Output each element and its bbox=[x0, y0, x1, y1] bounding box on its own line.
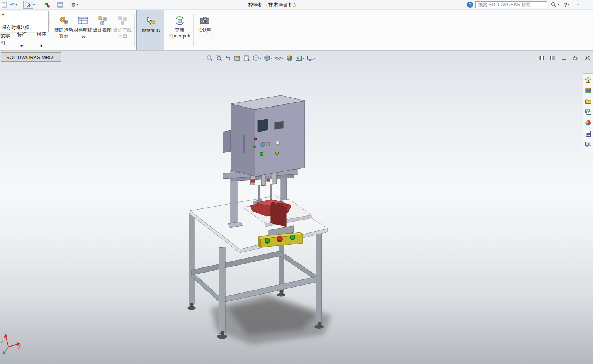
options-gear-icon: ⚙ bbox=[70, 2, 77, 8]
pane-left-icon[interactable] bbox=[539, 56, 544, 60]
display-style-icon bbox=[264, 55, 270, 61]
update-speedpak-button[interactable]: 更新 Speedpak bbox=[168, 10, 192, 50]
update-speedpak-icon bbox=[175, 15, 185, 25]
fragment-part-1: 的零 bbox=[0, 33, 10, 39]
solidworks-resources-icon[interactable] bbox=[585, 76, 591, 83]
button-label: 更新 Speedpak bbox=[168, 27, 192, 39]
tooltip-line-2: 保存时将转换。 bbox=[2, 24, 47, 31]
chevron-down-icon[interactable]: ▾ bbox=[314, 57, 315, 60]
previous-view-button[interactable] bbox=[225, 55, 231, 61]
fragment-part-2: 件 bbox=[1, 40, 6, 46]
edit-appearance-button[interactable] bbox=[286, 55, 293, 61]
instant3d-button[interactable]: Instant3D bbox=[136, 10, 164, 50]
button-label: Instant3D bbox=[140, 28, 160, 34]
ribbon-separator bbox=[166, 14, 166, 46]
view-palette-icon[interactable] bbox=[585, 109, 591, 115]
view-settings-button[interactable]: ▾ bbox=[307, 55, 315, 61]
view-settings-icon bbox=[307, 55, 313, 61]
document-title: 校验机（技术验证机） bbox=[116, 2, 431, 8]
custom-properties-icon[interactable] bbox=[585, 130, 591, 137]
task-pane bbox=[583, 73, 593, 151]
chevron-down-icon[interactable]: ▾ bbox=[16, 3, 17, 7]
select-tool-button[interactable]: ▾ bbox=[23, 1, 35, 9]
chevron-down-icon: ▾ bbox=[577, 3, 579, 6]
restore-icon[interactable] bbox=[573, 56, 578, 60]
model-canvas[interactable]: X Z bbox=[0, 51, 593, 364]
solidworks-forum-icon[interactable] bbox=[585, 141, 591, 148]
select-cursor-icon bbox=[23, 1, 33, 9]
hide-show-items-icon bbox=[275, 55, 282, 61]
properties-list-icon[interactable] bbox=[56, 2, 63, 8]
chevron-down-icon[interactable]: ▾ bbox=[302, 57, 304, 60]
graphics-viewport[interactable]: X Z SOLIDWORKS MBD ▾ ▾ bbox=[0, 51, 593, 364]
motion-study-icon bbox=[59, 15, 69, 25]
3d-drawing-view-button[interactable] bbox=[243, 55, 250, 61]
document-window-controls bbox=[539, 56, 590, 60]
explode-line-sketch-button: 爆炸直线草图 bbox=[112, 10, 133, 50]
camera-icon bbox=[200, 15, 210, 25]
minimize-icon[interactable] bbox=[562, 56, 567, 60]
chevron-down-icon[interactable]: ▾ bbox=[20, 44, 23, 49]
ribbon-buttons: 新建运动算例 材料明细表 爆炸视图 爆炸直线草图 Instant3D bbox=[54, 10, 214, 50]
undo-button[interactable]: ↶ ▾ bbox=[9, 2, 17, 8]
rebuild-status-icon[interactable] bbox=[44, 2, 51, 8]
button-label: 爆炸直线草图 bbox=[112, 27, 133, 39]
edit-appearance-icon bbox=[286, 55, 293, 61]
overflow-menu[interactable]: – ▾ bbox=[573, 2, 580, 8]
apply-scene-button[interactable]: ▾ bbox=[296, 55, 304, 61]
triad-z-label: Z bbox=[0, 339, 4, 344]
search-input[interactable] bbox=[475, 1, 547, 8]
hide-show-items-button[interactable]: ▾ bbox=[275, 55, 284, 61]
exploded-view-button[interactable]: 爆炸视图 bbox=[93, 10, 112, 50]
3d-drawing-view-icon bbox=[243, 55, 250, 61]
reference-triad: X Z bbox=[0, 334, 21, 354]
new-motion-study-button[interactable]: 新建运动算例 bbox=[54, 10, 73, 50]
zoom-to-area-button[interactable] bbox=[216, 55, 222, 61]
button-label: 爆炸视图 bbox=[93, 27, 112, 33]
overflow-dash: – bbox=[574, 2, 576, 8]
command-manager-ribbon: 件 保存时将转换。 的零 件 特征 ▾ 何体 ▾ L 新建运动算例 材料明细表 … bbox=[0, 10, 593, 51]
section-view-button[interactable] bbox=[234, 55, 241, 61]
chevron-down-icon[interactable]: ▾ bbox=[33, 3, 35, 7]
section-view-icon bbox=[234, 55, 241, 61]
apply-scene-icon bbox=[296, 55, 302, 61]
chevron-down-icon[interactable]: ▾ bbox=[40, 44, 42, 49]
help-circle-icon[interactable]: ? bbox=[467, 2, 473, 8]
exploded-view-icon bbox=[97, 15, 107, 25]
help-menu[interactable]: ? ▾ bbox=[563, 2, 571, 8]
chevron-down-icon[interactable]: ▾ bbox=[557, 3, 559, 6]
chevron-down-icon: ▾ bbox=[568, 3, 569, 6]
zoom-to-fit-button[interactable] bbox=[206, 55, 213, 61]
machine-model[interactable] bbox=[187, 95, 331, 345]
file-explorer-icon[interactable] bbox=[585, 98, 591, 105]
view-orientation-icon bbox=[253, 55, 259, 61]
chevron-down-icon[interactable]: ▾ bbox=[260, 57, 261, 60]
search-button[interactable]: ▾ bbox=[549, 1, 561, 8]
button-label: 材料明细表 bbox=[73, 27, 93, 39]
button-label: 新建运动算例 bbox=[54, 27, 73, 39]
fragment-body-label[interactable]: 何体 bbox=[37, 31, 46, 37]
bill-of-materials-button[interactable]: 材料明细表 bbox=[73, 10, 93, 50]
design-library-icon[interactable] bbox=[585, 87, 591, 94]
tooltip-popup: 件 保存时将转换。 bbox=[0, 11, 49, 32]
view-orientation-button[interactable]: ▾ bbox=[253, 55, 261, 61]
search-area: ? ▾ ? ▾ – ▾ bbox=[467, 1, 580, 8]
app-page-icon[interactable] bbox=[1, 2, 8, 8]
chevron-down-icon[interactable]: ▾ bbox=[271, 57, 272, 60]
appearances-scenes-icon[interactable] bbox=[585, 120, 591, 126]
instant3d-icon bbox=[145, 16, 155, 26]
options-button[interactable]: ⚙ ▾ bbox=[70, 2, 78, 8]
display-style-button[interactable]: ▾ bbox=[264, 55, 272, 61]
undo-icon: ↶ bbox=[9, 2, 16, 8]
chevron-down-icon[interactable]: ▾ bbox=[282, 57, 284, 60]
search-magnifier-icon bbox=[551, 2, 557, 8]
chevron-down-icon[interactable]: ▾ bbox=[77, 3, 78, 7]
take-snapshot-button[interactable]: 拍快照 bbox=[195, 10, 214, 50]
pane-right-icon[interactable] bbox=[550, 56, 555, 60]
ribbon-separator bbox=[193, 14, 194, 46]
close-icon[interactable] bbox=[585, 56, 590, 60]
fragment-feature-label[interactable]: 特征 bbox=[17, 31, 27, 38]
bom-table-icon bbox=[78, 15, 88, 25]
zoom-to-fit-icon bbox=[206, 55, 213, 61]
tab-solidworks-mbd[interactable]: SOLIDWORKS MBD bbox=[1, 52, 61, 62]
